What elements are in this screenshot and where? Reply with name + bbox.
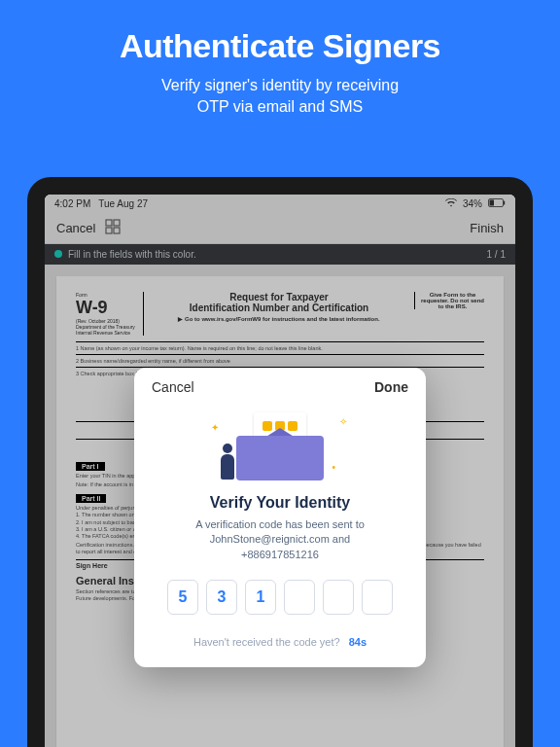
otp-digit-6[interactable] bbox=[362, 580, 393, 615]
modal-done-button[interactable]: Done bbox=[374, 379, 408, 395]
verify-illustration: ✦ ✧ • bbox=[152, 418, 408, 480]
person-icon bbox=[219, 444, 236, 482]
promo-subtitle: Verify signer's identity by receiving OT… bbox=[31, 75, 529, 119]
otp-input-row: 5 3 1 bbox=[152, 580, 408, 615]
otp-digit-3[interactable]: 1 bbox=[245, 580, 276, 615]
tablet-frame: 4:02 PM Tue Aug 27 34% Cancel Finish bbox=[27, 177, 533, 747]
otp-digit-4[interactable] bbox=[284, 580, 315, 615]
otp-digit-2[interactable]: 3 bbox=[206, 580, 237, 615]
modal-cancel-button[interactable]: Cancel bbox=[152, 379, 194, 395]
sparkle-icon: ✦ bbox=[211, 422, 219, 433]
resend-row: Haven't received the code yet? 84s bbox=[152, 636, 408, 648]
modal-body: A verification code has been sent to Joh… bbox=[152, 517, 408, 562]
otp-digit-1[interactable]: 5 bbox=[167, 580, 198, 615]
verify-modal: Cancel Done ✦ ✧ • Verify Your Identity bbox=[134, 368, 426, 667]
otp-digit-5[interactable] bbox=[323, 580, 354, 615]
modal-overlay: Cancel Done ✦ ✧ • Verify Your Identity bbox=[45, 195, 515, 747]
modal-title: Verify Your Identity bbox=[152, 494, 408, 512]
resend-prompt: Haven't received the code yet? bbox=[193, 636, 340, 648]
sparkle-icon: ✧ bbox=[339, 416, 347, 427]
promo-title: Authenticate Signers bbox=[31, 27, 529, 65]
app-screen: 4:02 PM Tue Aug 27 34% Cancel Finish bbox=[45, 195, 515, 747]
sparkle-icon: • bbox=[332, 462, 335, 473]
resend-timer: 84s bbox=[349, 636, 367, 648]
